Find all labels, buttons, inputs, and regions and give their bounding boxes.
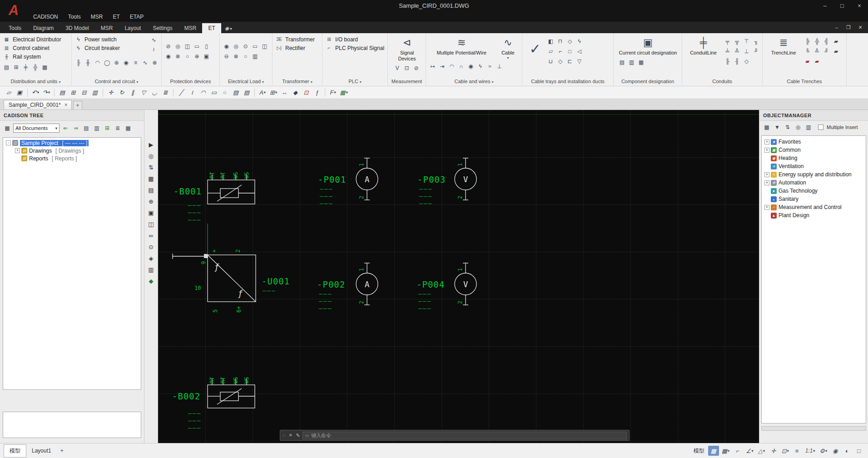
drawing-canvas[interactable]: -B001 RT RT WS WS ——— ——— ——— -U001 ——— …	[158, 110, 759, 443]
panel-splitter[interactable]	[761, 426, 866, 431]
trench-tool-icon[interactable]: ▰	[832, 47, 840, 55]
list-view-icon[interactable]: ▤	[146, 184, 157, 195]
tray-tool-icon[interactable]: ▱	[547, 47, 555, 55]
tray-tool-icon[interactable]: ▽	[575, 57, 583, 65]
grid-display-toggle[interactable]: ▦	[708, 446, 719, 456]
arc-icon[interactable]: ◠	[198, 88, 208, 98]
menu-msr[interactable]: MSR	[86, 12, 108, 22]
cadison-tree-view[interactable]: - ◫ Sample Project[ --- --- --- ] + ▤ Dr…	[3, 137, 141, 390]
ribbon-tab-3d-model[interactable]: 3D Model	[60, 23, 94, 33]
expand-icon[interactable]: +	[764, 148, 769, 153]
measurement-tool-icon[interactable]: ⊘	[412, 64, 420, 72]
circuit-tool-icon[interactable]: ≡	[132, 59, 139, 66]
details-mode-icon[interactable]: ▥	[92, 124, 101, 133]
multiple-potential-wire-button[interactable]: ≋ Multiple Potential/Wire	[429, 35, 495, 56]
expand-icon[interactable]: +	[764, 180, 769, 185]
chevron-down-icon[interactable]: ▾	[507, 56, 509, 60]
circuit-tool-icon[interactable]: ╫	[84, 59, 92, 66]
match-properties-icon[interactable]: ▥	[90, 88, 100, 98]
group-title-cable-trays[interactable]: Cable trays and installation ducts	[522, 79, 613, 85]
conduit-tool-icon[interactable]: ╖	[752, 37, 760, 45]
new-tab-button[interactable]: +	[73, 101, 82, 110]
designation-tool-icon[interactable]: ▥	[628, 59, 635, 66]
wire-tool-icon[interactable]: ◉	[467, 63, 475, 70]
table-settings-icon[interactable]: ▥	[804, 123, 813, 132]
load-tool-icon[interactable]: ⊗	[232, 52, 240, 60]
conduitline-button[interactable]: ╪ ConduitLine	[685, 35, 722, 56]
cable-button[interactable]: ∿ Cable ▾	[496, 35, 520, 60]
group-title-conduits[interactable]: Conduits	[682, 79, 762, 85]
catalog-icon[interactable]: ◈	[146, 253, 157, 264]
trench-tool-icon[interactable]: ╩	[813, 47, 821, 55]
panel-view-icon[interactable]: ◫	[146, 219, 157, 229]
snap-mode-toggle[interactable]: ▩▾	[720, 446, 731, 456]
protection-tool-icon[interactable]: ▣	[203, 52, 210, 60]
menu-etap[interactable]: ETAP	[125, 12, 149, 22]
open-icon[interactable]: ▱	[4, 88, 14, 98]
close-tab-icon[interactable]: ×	[64, 102, 68, 108]
expand-icon[interactable]: +	[764, 139, 769, 144]
tray-tool-icon[interactable]: ⊓	[556, 37, 564, 45]
plot-style-icon[interactable]: F▾	[328, 88, 338, 98]
distribution-tool-icon[interactable]: ╬	[31, 63, 39, 71]
tray-tool-icon[interactable]: ϟ	[575, 37, 583, 45]
redo-icon[interactable]: ↷▾	[41, 88, 51, 98]
menu-tools[interactable]: Tools	[63, 12, 86, 22]
circuit-tool-icon[interactable]: ╟	[74, 59, 82, 66]
measurement-tool-icon[interactable]: ⊡	[403, 64, 411, 72]
tree-options-icon[interactable]: ▦	[3, 124, 12, 133]
protection-tool-icon[interactable]: ⊕	[193, 52, 201, 60]
tray-tool-icon[interactable]: ◇	[566, 37, 574, 45]
back-icon[interactable]: ⇐	[61, 124, 70, 133]
polyline-icon[interactable]: ≀	[187, 88, 197, 98]
protection-tool-icon[interactable]: ◫	[184, 42, 191, 50]
conduit-tool-icon[interactable]: ╟	[724, 57, 731, 65]
group-title-cable-trenches[interactable]: Cable Trenches	[763, 79, 846, 85]
annotation-scale-button[interactable]: 1:1▾	[804, 446, 817, 456]
tray-tool-icon[interactable]: □	[566, 47, 574, 55]
circuit-tool-icon[interactable]: ◉	[122, 59, 130, 66]
search-icon[interactable]: ◎	[146, 150, 157, 161]
group-title-component-designation[interactable]: Component designation	[614, 79, 682, 85]
ribbon-tab-diagram[interactable]: Diagram	[27, 23, 60, 33]
circuit-tool-icon[interactable]: ∿	[141, 59, 149, 66]
maximize-button[interactable]: □	[833, 0, 851, 12]
group-title-measurement[interactable]: Measurement	[388, 79, 426, 85]
navigate-icon[interactable]: ▶	[146, 139, 157, 150]
tree-item-reports[interactable]: ▤ Reports [ Reports ]	[3, 154, 141, 162]
search-icon[interactable]: ◎	[794, 123, 803, 132]
layers-icon[interactable]: ≣	[160, 88, 170, 98]
measure-icon[interactable]: ↔	[279, 88, 289, 98]
group-title-electrical-load[interactable]: Electrical Load ▾	[220, 79, 272, 85]
expand-icon[interactable]: +	[764, 205, 769, 210]
objectmanager-item-sanitary[interactable]: ◒ Sanitary	[764, 195, 866, 203]
distribution-tool-icon[interactable]: ╪	[22, 63, 30, 71]
conduit-tool-icon[interactable]: ╧	[724, 47, 731, 55]
ribbon-display-toggle[interactable]: ◉▾	[221, 24, 236, 33]
distribution-tool-icon[interactable]: ▤	[3, 63, 10, 71]
rail-system-button[interactable]: ╫ Rail system	[3, 52, 69, 61]
image-view-icon[interactable]: ▣	[146, 207, 157, 218]
group-title-cable-and-wires[interactable]: Cable and wires ▾	[426, 79, 522, 85]
designation-tool-icon[interactable]: ▦	[637, 59, 645, 66]
new-layout-button[interactable]: +	[57, 445, 67, 456]
sort-icon[interactable]: ⇅	[146, 162, 157, 173]
trench-tool-icon[interactable]: ╚	[804, 47, 811, 55]
group-title-control-and-circuit[interactable]: Control and circuit ▾	[72, 79, 161, 85]
ribbon-tab-tools[interactable]: Tools	[3, 23, 27, 33]
fillet-icon[interactable]: ◡	[149, 88, 159, 98]
protection-tool-icon[interactable]: ▯	[203, 42, 210, 50]
objectmanager-item-plant-design[interactable]: ▲ Plant Design	[764, 211, 866, 219]
annotation-monitor-toggle[interactable]: ◉	[830, 446, 841, 456]
polar-tracking-toggle[interactable]: ∠▾	[744, 446, 755, 456]
load-tool-icon[interactable]: ⊖	[223, 52, 230, 60]
load-tool-icon[interactable]: ▭	[251, 42, 259, 50]
ribbon-tab-et[interactable]: ET	[202, 23, 221, 33]
group-title-distribution-and-units[interactable]: Distribution and units ▾	[0, 79, 71, 85]
filter-icon[interactable]: ≣	[113, 124, 122, 133]
mirror-icon[interactable]: ▽	[139, 88, 149, 98]
tree-detail-list[interactable]	[3, 412, 141, 438]
columns-icon[interactable]: ▦	[124, 124, 133, 133]
wire-tool-icon[interactable]: ⇥	[438, 63, 446, 70]
conduit-tool-icon[interactable]: ◇	[743, 57, 750, 65]
